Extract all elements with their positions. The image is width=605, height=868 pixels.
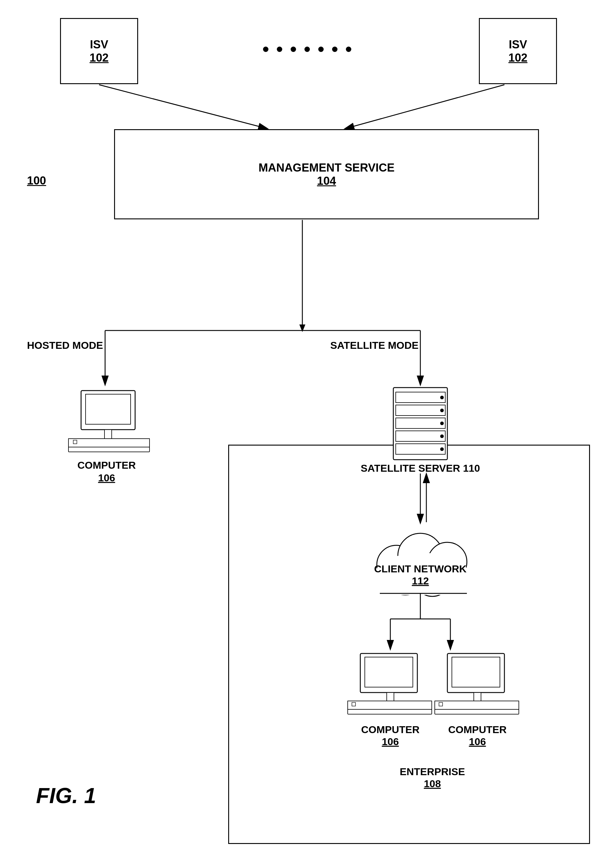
svg-text:106: 106: [98, 472, 115, 484]
svg-rect-15: [73, 440, 77, 444]
svg-rect-12: [105, 429, 112, 439]
svg-line-2: [99, 85, 267, 129]
isv-right-label: ISV: [509, 38, 527, 52]
svg-rect-21: [396, 418, 445, 428]
dots-separator: [144, 46, 470, 52]
diagram: ISV 102 ISV 102 MANAGEMENT SERVICE 104 1…: [0, 0, 605, 868]
dot-4: [305, 46, 310, 52]
dot-1: [263, 46, 268, 52]
svg-marker-9: [299, 324, 305, 332]
mgmt-sublabel: 104: [317, 175, 336, 188]
isv-right-sublabel: 102: [508, 51, 527, 64]
svg-point-24: [440, 396, 444, 399]
dot-7: [346, 46, 351, 52]
svg-line-3: [345, 85, 504, 129]
satellite-mode-label: SATELLITE MODE: [330, 339, 419, 351]
dot-3: [291, 46, 296, 52]
isv-left-box: ISV 102: [60, 18, 138, 84]
svg-rect-13: [68, 439, 150, 447]
svg-point-27: [440, 434, 444, 438]
svg-text:COMPUTER: COMPUTER: [77, 459, 136, 471]
svg-rect-11: [85, 394, 131, 424]
svg-point-25: [440, 409, 444, 412]
svg-rect-14: [68, 447, 150, 452]
isv-right-box: ISV 102: [479, 18, 557, 84]
hosted-mode-label: HOSTED MODE: [27, 339, 103, 351]
isv-left-sublabel: 102: [90, 51, 108, 64]
ref-100-label: 100: [27, 174, 46, 187]
dot-5: [318, 46, 324, 52]
enterprise-box: [228, 445, 590, 844]
svg-rect-10: [81, 391, 135, 429]
svg-rect-22: [396, 431, 445, 441]
mgmt-label: MANAGEMENT SERVICE: [258, 161, 395, 175]
isv-left-label: ISV: [90, 38, 108, 52]
dot-2: [277, 46, 282, 52]
figure-label: FIG. 1: [36, 783, 96, 808]
dot-6: [332, 46, 337, 52]
svg-rect-20: [396, 405, 445, 415]
management-service-box: MANAGEMENT SERVICE 104: [114, 129, 539, 219]
svg-rect-19: [396, 392, 445, 403]
svg-point-26: [440, 422, 444, 425]
